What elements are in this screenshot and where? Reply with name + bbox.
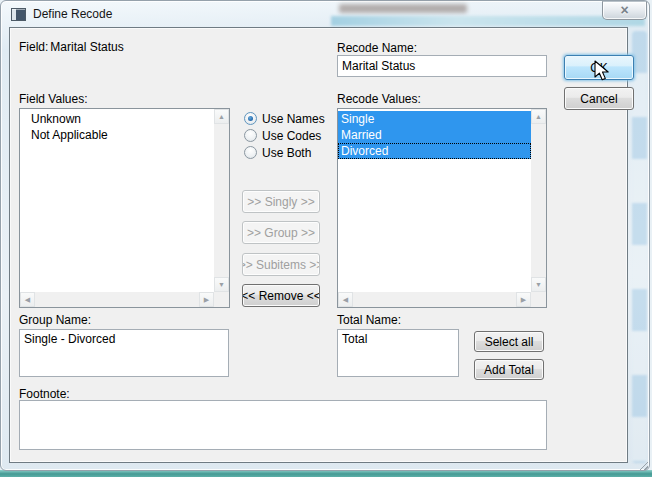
field-header: Field:Marital Status [19,40,124,54]
radio-use-both[interactable]: Use Both [244,145,311,160]
radio-button-icon [244,129,257,142]
scroll-down-icon[interactable]: ▼ [531,277,546,292]
scrollbar-corner [214,292,229,307]
background-blur-text [339,4,467,13]
radio-button-icon [244,146,257,159]
radio-button-icon [244,112,257,125]
scroll-right-icon[interactable]: ▶ [516,292,531,307]
scrollbar-corner [531,292,546,307]
recode-values-label: Recode Values: [337,92,421,106]
field-value: Marital Status [50,40,123,54]
scroll-down-icon[interactable]: ▼ [214,277,229,292]
total-name-box[interactable]: Total [337,329,459,377]
vertical-scrollbar[interactable]: ▲ ▼ [531,109,546,292]
radio-use-codes[interactable]: Use Codes [244,128,321,143]
screen: Define Recode × Field:Marital Status Rec… [0,0,652,477]
select-all-button[interactable]: Select all [474,331,544,352]
subitems-button[interactable]: >> Subitems >> [242,253,320,276]
group-button[interactable]: >> Group >> [242,221,320,244]
radio-label: Use Both [262,146,311,160]
define-recode-dialog: Define Recode × Field:Marital Status Rec… [0,0,650,471]
close-icon: × [620,3,628,18]
scroll-up-icon[interactable]: ▲ [531,109,546,124]
group-name-box[interactable]: Single - Divorced [19,329,229,377]
remove-button[interactable]: << Remove << [242,284,320,307]
app-icon [11,8,26,21]
singly-button[interactable]: >> Singly >> [242,190,320,213]
background-blur-right [632,31,647,463]
horizontal-scrollbar[interactable]: ◀ ▶ [338,292,531,307]
list-item[interactable]: Unknown [20,111,214,127]
footnote-label: Footnote: [19,387,70,401]
list-item[interactable]: Married [338,127,531,143]
add-total-button[interactable]: Add Total [474,359,544,380]
title-bar[interactable]: Define Recode × [1,1,649,27]
scroll-up-icon[interactable]: ▲ [214,109,229,124]
recode-name-label: Recode Name: [337,41,417,55]
group-name-label: Group Name: [19,313,91,327]
horizontal-scrollbar[interactable]: ◀ ▶ [20,292,214,307]
footnote-box[interactable] [19,400,547,450]
vertical-scrollbar[interactable]: ▲ ▼ [214,109,229,292]
scroll-left-icon[interactable]: ◀ [20,292,35,307]
radio-use-names[interactable]: Use Names [244,111,325,126]
recode-values-list[interactable]: Single Married Divorced ▲ ▼ ◀ ▶ [337,108,547,308]
list-item[interactable]: Divorced [338,143,531,159]
radio-label: Use Codes [262,129,321,143]
recode-values-items: Single Married Divorced [338,109,531,292]
background-blur-strip [331,16,645,26]
scroll-right-icon[interactable]: ▶ [199,292,214,307]
field-values-items: Unknown Not Applicable [20,109,214,292]
mouse-cursor [594,60,611,83]
window-title: Define Recode [33,7,112,21]
field-label: Field: [19,40,48,54]
list-item[interactable]: Not Applicable [20,127,214,143]
list-item[interactable]: Single [338,111,531,127]
close-button[interactable]: × [602,1,647,20]
radio-label: Use Names [262,112,325,126]
total-name-label: Total Name: [337,313,401,327]
scroll-left-icon[interactable]: ◀ [338,292,353,307]
cancel-button[interactable]: Cancel [564,87,634,110]
background-window-edge [0,470,652,477]
recode-name-input[interactable] [337,55,547,77]
dialog-body: Field:Marital Status Recode Name: OK Can… [9,27,628,463]
field-values-list[interactable]: Unknown Not Applicable ▲ ▼ ◀ ▶ [19,108,230,308]
field-values-label: Field Values: [19,92,87,106]
